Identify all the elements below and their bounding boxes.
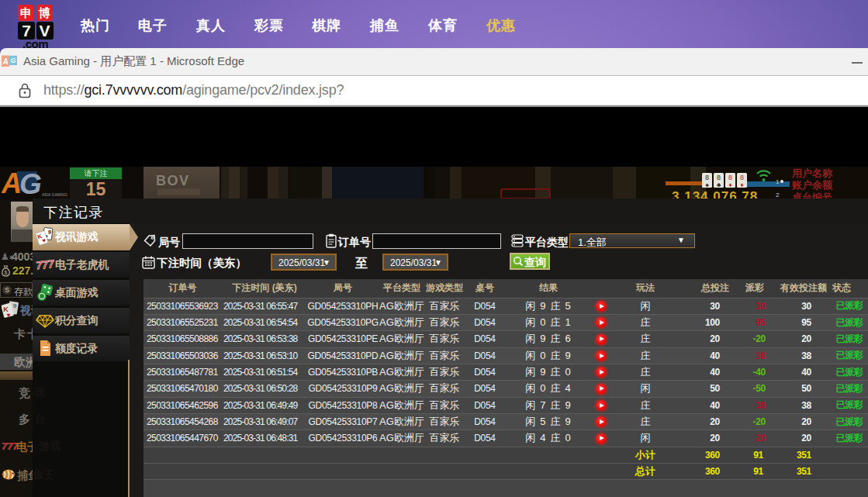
- svg-text:♣: ♣: [717, 181, 721, 188]
- svg-text:♦: ♦: [728, 181, 731, 188]
- svg-text:G: G: [19, 168, 42, 198]
- svg-text:9: 9: [13, 302, 17, 309]
- svg-text:8: 8: [728, 174, 732, 181]
- svg-text:A: A: [2, 57, 8, 66]
- svg-text:8: 8: [740, 174, 744, 181]
- svg-text:777: 777: [36, 257, 54, 271]
- svg-text:♦: ♦: [740, 181, 743, 188]
- svg-text:G: G: [10, 57, 16, 64]
- svg-text:$: $: [5, 270, 8, 275]
- svg-text:8: 8: [717, 174, 721, 181]
- svg-text:ASIA GAMING: ASIA GAMING: [42, 192, 67, 197]
- svg-text:8: 8: [705, 174, 709, 181]
- svg-text:♥: ♥: [7, 312, 11, 319]
